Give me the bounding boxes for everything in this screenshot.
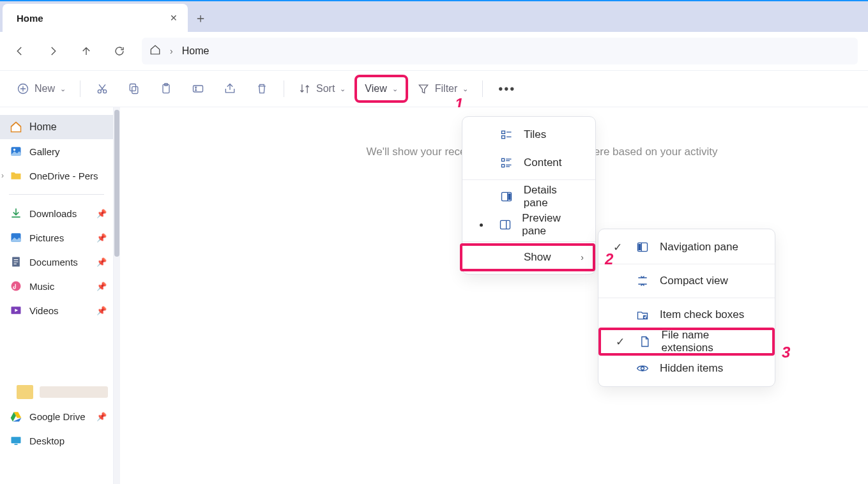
googledrive-icon	[9, 409, 23, 423]
sidebar-item-label	[40, 386, 108, 398]
svg-rect-16	[502, 131, 505, 133]
menu-item-label: Tiles	[524, 128, 546, 141]
sidebar-item-label: Google Drive	[29, 411, 86, 422]
menu-item-preview-pane[interactable]: Preview pane	[462, 211, 595, 239]
folder-icon	[17, 385, 33, 399]
refresh-button[interactable]	[103, 38, 135, 64]
menu-item-label: Navigation pane	[660, 241, 738, 253]
chevron-down-icon: ⌄	[392, 85, 398, 93]
chevron-down-icon: ⌄	[462, 85, 468, 93]
menu-item-details-pane[interactable]: Details pane	[462, 183, 595, 211]
pin-icon: 📌	[96, 209, 107, 218]
menu-item-extensions[interactable]: ✓ File name extensions	[598, 328, 775, 356]
svg-rect-22	[500, 220, 510, 229]
new-label: New	[34, 83, 55, 95]
more-button[interactable]: •••	[489, 82, 524, 96]
chevron-down-icon: ⌄	[60, 85, 66, 93]
share-button[interactable]	[215, 76, 245, 102]
tiles-icon	[499, 128, 514, 141]
separator	[462, 241, 595, 242]
sidebar-item-pictures[interactable]: Pictures 📌	[0, 225, 113, 250]
menu-item-content[interactable]: Content	[462, 149, 595, 177]
view-label: View	[365, 83, 386, 95]
menu-item-label: Hidden items	[660, 362, 723, 375]
view-menu: Tiles Content Details pane Preview pane	[462, 116, 596, 275]
video-icon	[9, 303, 23, 317]
cut-button[interactable]	[87, 76, 118, 102]
pin-icon: 📌	[96, 306, 107, 315]
music-icon	[9, 279, 23, 293]
close-icon[interactable]: ✕	[167, 10, 180, 26]
rename-button[interactable]	[183, 76, 213, 102]
sidebar-item-documents[interactable]: Documents 📌	[0, 250, 113, 274]
separator	[482, 80, 483, 97]
sidebar-item-label: Downloads	[29, 208, 77, 219]
delete-button[interactable]	[247, 76, 277, 102]
svg-rect-14	[11, 437, 21, 443]
view-button[interactable]: View ⌄	[354, 75, 407, 103]
sidebar-item-label: Videos	[29, 305, 59, 316]
menu-item-checkboxes[interactable]: Item check boxes	[598, 301, 775, 329]
folder-icon	[9, 169, 23, 183]
breadcrumb-text: Home	[182, 45, 209, 57]
sidebar-item-googledrive[interactable]: Google Drive 📌	[0, 404, 113, 428]
svg-point-2	[103, 90, 107, 93]
forward-button[interactable]	[37, 38, 69, 64]
menu-item-label: Item check boxes	[660, 308, 744, 321]
checkbox-icon	[636, 308, 650, 321]
pin-icon: 📌	[96, 233, 107, 243]
filter-button[interactable]: Filter ⌄	[409, 76, 476, 102]
eye-icon	[636, 362, 650, 375]
sidebar-item-desktop[interactable]: Desktop	[0, 428, 113, 453]
sidebar-item-label: Gallery	[29, 146, 60, 157]
sidebar-item-onedrive[interactable]: › OneDrive - Pers	[0, 163, 113, 188]
menu-item-label: File name extensions	[662, 329, 761, 354]
svg-point-12	[11, 282, 21, 291]
menu-item-label: Compact view	[660, 275, 728, 287]
paste-button[interactable]	[151, 76, 181, 102]
svg-rect-15	[15, 444, 18, 445]
svg-point-1	[98, 90, 101, 93]
sidebar-item-music[interactable]: Music 📌	[0, 274, 113, 298]
sidebar-item-label: Home	[29, 121, 57, 133]
gallery-icon	[9, 144, 23, 158]
svg-rect-17	[502, 136, 505, 139]
compact-icon	[636, 275, 650, 287]
toolbar: New ⌄ Sort ⌄ View ⌄ Filter ⌄ ••• 1	[0, 70, 868, 107]
separator	[462, 179, 595, 180]
preview-pane-icon	[499, 218, 512, 231]
sidebar-item-label: Music	[29, 281, 54, 292]
up-button[interactable]	[70, 38, 102, 64]
sidebar-item-home[interactable]: Home	[0, 115, 113, 139]
content-area: We'll show your recent files and other c…	[114, 107, 868, 484]
svg-rect-3	[132, 87, 138, 94]
menu-item-show[interactable]: Show ›	[460, 243, 595, 271]
content-icon	[499, 156, 514, 169]
svg-point-26	[641, 367, 644, 370]
pin-icon: 📌	[96, 282, 107, 291]
sidebar-item-downloads[interactable]: Downloads 📌	[0, 201, 113, 225]
new-button[interactable]: New ⌄	[9, 76, 73, 102]
home-icon	[9, 120, 23, 134]
breadcrumb[interactable]: › Home	[142, 38, 858, 64]
chevron-down-icon: ⌄	[340, 85, 346, 93]
tab-home[interactable]: Home ✕	[3, 4, 188, 32]
body: Home Gallery › OneDrive - Pers Downloads…	[0, 107, 868, 484]
sidebar-item-videos[interactable]: Videos 📌	[0, 298, 113, 322]
separator	[284, 80, 284, 97]
sidebar-item-blur[interactable]	[0, 380, 113, 404]
menu-item-compact[interactable]: Compact view	[598, 267, 775, 295]
sidebar-item-label: Desktop	[29, 435, 65, 446]
menu-item-hidden[interactable]: Hidden items	[598, 354, 775, 382]
menu-item-tiles[interactable]: Tiles	[462, 121, 595, 149]
copy-button[interactable]	[119, 76, 149, 102]
filter-label: Filter	[435, 83, 458, 95]
sort-button[interactable]: Sort ⌄	[291, 76, 353, 102]
sidebar-item-gallery[interactable]: Gallery	[0, 139, 113, 163]
new-tab-button[interactable]: ＋	[188, 4, 213, 32]
back-button[interactable]	[4, 38, 36, 64]
pictures-icon	[9, 231, 23, 245]
menu-item-label: Preview pane	[522, 212, 584, 238]
svg-rect-18	[502, 158, 505, 161]
menu-item-nav-pane[interactable]: ✓ Navigation pane	[598, 233, 775, 261]
